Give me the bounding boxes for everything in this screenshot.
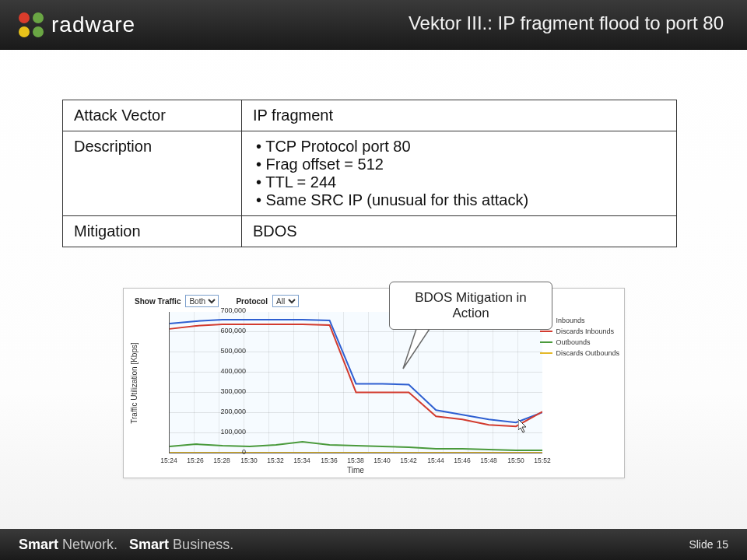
x-tick: 15:52 — [534, 457, 550, 464]
y-tick: 300,000 — [207, 387, 246, 395]
callout-text: BDOS Mitigation in Action — [415, 290, 527, 320]
legend-item: Discards Outbounds — [540, 348, 619, 359]
x-axis-title: Time — [169, 466, 542, 474]
x-tick: 15:38 — [347, 457, 363, 464]
y-tick: 400,000 — [207, 367, 246, 375]
description-list: TCP Protocol port 80 Frag offset = 512 T… — [253, 138, 665, 209]
protocol-select[interactable]: All — [272, 295, 299, 307]
row-label: Mitigation — [63, 216, 242, 247]
y-tick: 0 — [207, 448, 246, 456]
row-value: TCP Protocol port 80 Frag offset = 512 T… — [242, 131, 677, 216]
y-tick: 200,000 — [207, 408, 246, 415]
footer-bar: Smart Network. Smart Business. Slide 15 — [0, 529, 747, 560]
x-tick: 15:50 — [507, 457, 524, 464]
y-tick: 500,000 — [207, 347, 246, 355]
table-row: Description TCP Protocol port 80 Frag of… — [63, 131, 677, 216]
x-tick: 15:32 — [267, 457, 283, 464]
table-row: Mitigation BDOS — [63, 216, 677, 247]
x-tick: 15:36 — [321, 457, 337, 464]
chart-toolbar: Show Traffic Both Protocol All — [135, 295, 299, 307]
x-tick: 15:48 — [480, 457, 496, 464]
row-label: Attack Vector — [63, 100, 242, 131]
page-title: Vektor III.: IP fragment flood to port 8… — [409, 12, 724, 34]
row-value: IP fragment — [242, 100, 677, 131]
table-row: Attack Vector IP fragment — [63, 100, 677, 131]
attack-info-table: Attack Vector IP fragment Description TC… — [62, 100, 677, 247]
x-tick: 15:44 — [427, 457, 444, 464]
x-tick: 15:30 — [240, 457, 257, 464]
y-tick: 100,000 — [207, 428, 246, 436]
y-tick: 600,000 — [207, 327, 246, 334]
brand-logo: radware — [19, 12, 135, 37]
list-item: TCP Protocol port 80 — [256, 138, 665, 156]
x-tick: 15:34 — [293, 457, 310, 464]
x-tick: 15:28 — [213, 457, 230, 464]
x-tick: 15:26 — [187, 457, 203, 464]
x-tick: 15:24 — [160, 457, 177, 464]
show-traffic-select[interactable]: Both — [185, 295, 219, 307]
x-tick: 15:46 — [454, 457, 470, 464]
callout-box: BDOS Mitigation in Action — [389, 282, 552, 330]
legend-item: Discards Inbounds — [540, 326, 619, 337]
protocol-label: Protocol — [236, 297, 268, 306]
show-traffic-label: Show Traffic — [135, 297, 181, 306]
slide-number: Slide 15 — [689, 538, 728, 551]
list-item: Frag offset = 512 — [256, 156, 665, 173]
slide: radware Vektor III.: IP fragment flood t… — [0, 0, 747, 560]
x-tick: 15:42 — [400, 457, 416, 464]
x-tick: 15:40 — [374, 457, 390, 464]
footer-tagline: Smart Network. Smart Business. — [19, 537, 233, 553]
list-item: TTL = 244 — [256, 173, 665, 191]
y-tick: 700,000 — [207, 306, 246, 314]
legend-item: Outbounds — [540, 337, 619, 348]
brand-name: radware — [51, 12, 135, 37]
row-value: BDOS — [242, 216, 677, 247]
list-item: Same SRC IP (unusual for this attack) — [256, 191, 665, 209]
header-bar: radware Vektor III.: IP fragment flood t… — [0, 0, 747, 50]
logo-dots-icon — [19, 12, 44, 37]
row-label: Description — [63, 131, 242, 216]
y-axis-title: Traffic Utilization [Kbps] — [128, 312, 139, 453]
